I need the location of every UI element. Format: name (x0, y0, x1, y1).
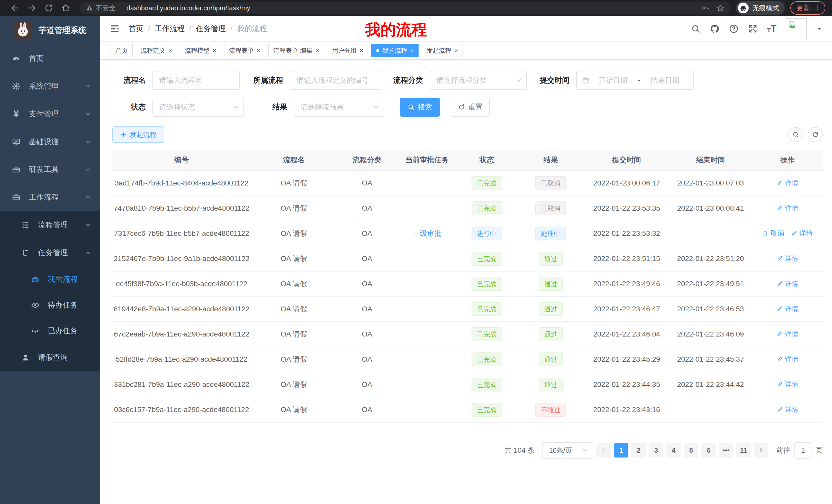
name-input-field[interactable] (159, 76, 233, 85)
hamburger-icon[interactable] (109, 24, 120, 34)
name-input[interactable] (153, 71, 240, 90)
bookmark-star-icon[interactable] (716, 4, 725, 12)
sidebar-item-5[interactable]: 研发工具 (0, 156, 100, 184)
page-button-5[interactable]: 5 (684, 443, 698, 457)
detail-action-button[interactable]: 详情 (777, 330, 798, 339)
current-task-link[interactable]: 一级审批 (413, 229, 441, 237)
back-icon[interactable] (10, 3, 20, 12)
close-icon[interactable]: × (410, 48, 414, 54)
search-icon[interactable] (691, 24, 701, 34)
create-process-button[interactable]: 发起流程 (112, 127, 164, 143)
category-select[interactable] (430, 71, 527, 90)
close-icon[interactable]: × (315, 48, 319, 54)
status-select[interactable] (153, 97, 244, 117)
prev-page-button[interactable] (597, 443, 611, 457)
search-button-label: 搜索 (418, 102, 432, 112)
tab-用户分组[interactable]: 用户分组× (327, 44, 368, 57)
sidebar-item-3[interactable]: ¥支付管理 (0, 100, 100, 128)
page-button-3[interactable]: 3 (649, 443, 663, 457)
sidebar-item-10[interactable]: 待办任务 (0, 292, 100, 318)
tab-首页[interactable]: 首页 (110, 44, 133, 57)
breadcrumb-item[interactable]: 首页 (129, 24, 144, 34)
sidebar-item-6[interactable]: 工作流程 (0, 184, 100, 211)
detail-action-button[interactable]: 详情 (777, 279, 798, 288)
cell-current-task (397, 271, 457, 297)
result-select-field[interactable] (301, 103, 378, 111)
page-ellipsis[interactable]: ••• (719, 443, 733, 457)
sidebar-item-2[interactable]: 系统管理 (0, 73, 100, 100)
definition-input-field[interactable] (296, 76, 373, 85)
page-button-1[interactable]: 1 (614, 443, 628, 457)
close-icon[interactable]: × (168, 48, 172, 54)
fullscreen-icon[interactable] (748, 24, 758, 34)
page-button-6[interactable]: 6 (701, 443, 716, 457)
sidebar-item-11[interactable]: 已办任务 (0, 318, 100, 344)
detail-action-button[interactable]: 详情 (777, 304, 798, 313)
status-select-field[interactable] (159, 103, 237, 111)
sidebar-item-9[interactable]: 我的流程 (0, 267, 100, 292)
search-button-icon (408, 104, 415, 111)
browser-menu-icon[interactable] (814, 5, 821, 11)
sidebar-item-1[interactable]: 首页 (0, 45, 100, 73)
time-end-placeholder[interactable]: 结束日期 (642, 76, 688, 85)
detail-action-button[interactable]: 详情 (777, 380, 798, 389)
time-range-picker[interactable]: 开始日期 - 结束日期 (576, 71, 694, 90)
page-size-select[interactable]: 10条/页 (542, 442, 593, 458)
next-page-button[interactable] (754, 443, 768, 457)
close-icon[interactable]: × (454, 48, 458, 54)
time-start-placeholder[interactable]: 开始日期 (590, 76, 636, 85)
definition-input[interactable] (290, 71, 380, 90)
breadcrumb-item[interactable]: 工作流程 (155, 24, 185, 34)
cell-current-task (397, 372, 457, 397)
sidebar-item-8[interactable]: 任务管理 (0, 239, 100, 267)
home-icon[interactable] (61, 3, 71, 12)
font-size-icon[interactable]: TT (767, 24, 777, 33)
tab-流程模型[interactable]: 流程模型× (180, 44, 221, 57)
browser-update-button[interactable]: 更新 (790, 1, 825, 15)
page-button-2[interactable]: 2 (631, 443, 646, 457)
close-icon[interactable]: × (213, 48, 216, 54)
tab-流程定义[interactable]: 流程定义× (136, 44, 177, 57)
filter-result: 结果 (257, 97, 384, 117)
cancel-action-button[interactable]: 取消 (762, 229, 784, 238)
reload-icon[interactable] (44, 3, 53, 12)
sidebar-item-4[interactable]: 基础设施 (0, 128, 100, 156)
github-icon[interactable] (710, 24, 720, 34)
warning-icon (86, 4, 93, 11)
sidebar-item-12[interactable]: 请假查询 (0, 344, 100, 371)
help-icon[interactable] (729, 24, 739, 34)
tab-发起流程[interactable]: 发起流程× (422, 44, 463, 57)
detail-action-button[interactable]: 详情 (777, 254, 798, 263)
detail-action-button[interactable]: 详情 (777, 204, 798, 213)
close-icon[interactable]: × (257, 48, 260, 54)
avatar[interactable] (786, 18, 807, 39)
detail-action-button[interactable]: 详情 (777, 405, 798, 414)
key-icon[interactable] (701, 4, 710, 12)
tab-流程表单[interactable]: 流程表单× (224, 44, 265, 57)
detail-action-button[interactable]: 详情 (777, 178, 798, 188)
refresh-table-button[interactable] (808, 127, 823, 142)
result-select[interactable] (294, 97, 384, 117)
caret-down-icon[interactable] (816, 25, 823, 32)
url-text[interactable]: dashboard.yudao.iocoder.cn/bpm/task/my (127, 4, 701, 12)
page-button-11[interactable]: 11 (736, 443, 751, 457)
cell-actions: 详情 (752, 196, 823, 221)
tab-流程表单-编辑[interactable]: 流程表单-编辑× (268, 44, 324, 57)
briefcase-icon (12, 193, 21, 202)
page-button-4[interactable]: 4 (667, 443, 681, 457)
breadcrumb-item[interactable]: 任务管理 (196, 24, 226, 34)
sidebar-item-7[interactable]: 流程管理 (0, 211, 100, 239)
toggle-search-button[interactable] (788, 127, 803, 142)
sidebar-logo[interactable]: 芋道管理系统 (0, 16, 100, 45)
reset-button[interactable]: 重置 (451, 97, 490, 117)
close-icon[interactable]: × (360, 48, 363, 54)
forward-icon[interactable] (27, 3, 36, 12)
category-select-field[interactable] (436, 76, 520, 85)
detail-action-button[interactable]: 详情 (791, 229, 813, 238)
address-bar[interactable]: 不安全 dashboard.yudao.iocoder.cn/bpm/task/… (80, 2, 731, 14)
goto-page-input[interactable] (795, 442, 811, 458)
detail-action-button[interactable]: 详情 (777, 355, 798, 364)
tab-我的流程[interactable]: 我的流程× (371, 44, 419, 57)
search-button[interactable]: 搜索 (400, 97, 440, 117)
column-header-当前审批任务: 当前审批任务 (397, 149, 457, 171)
